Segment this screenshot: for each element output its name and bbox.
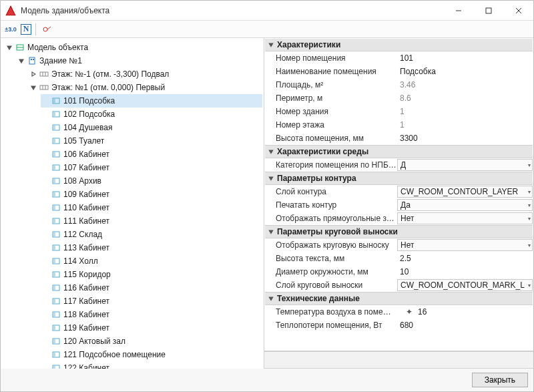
tree-label: Этаж: №-1 (отм. -3,300) Подвал: [51, 68, 169, 80]
close-dialog-button[interactable]: Закрыть: [472, 373, 528, 387]
prop-room-name[interactable]: Наименование помещенияПодсобка: [265, 65, 533, 78]
tree-room[interactable]: 109 Кабинет: [41, 188, 262, 201]
group-title: Параметры круговой выноски: [277, 227, 398, 236]
prop-heat-loss[interactable]: Теплопотери помещения, Вт680: [265, 319, 533, 332]
svg-rect-42: [53, 259, 55, 263]
svg-rect-52: [53, 326, 55, 330]
collapse-icon: [268, 41, 274, 48]
svg-rect-20: [53, 112, 55, 116]
tree-label: Здание №1: [39, 55, 82, 67]
tree-room[interactable]: 105 Туалет: [41, 134, 262, 148]
prop-text-height[interactable]: Высота текста, мм2.5: [265, 252, 533, 265]
tree-label: 116 Кабинет: [63, 282, 109, 294]
tree-label: 110 Кабинет: [63, 202, 109, 214]
svg-rect-48: [53, 299, 55, 303]
tree-label: 102 Подсобка: [63, 108, 115, 120]
tree-floor-1[interactable]: Этаж: №1 (отм. 0,000) Первый: [29, 81, 262, 94]
tree-label: 119 Кабинет: [63, 322, 109, 334]
svg-rect-50: [53, 313, 55, 317]
tree-room[interactable]: 119 Кабинет: [41, 321, 262, 335]
tree-room[interactable]: 117 Кабинет: [41, 295, 262, 308]
prop-rect-zones[interactable]: Отображать прямоугольные зоныНет▾: [265, 212, 533, 225]
prop-circular-layer[interactable]: Слой круговой выноскиCW_ROOM_CONTOUR_MAR…: [265, 278, 533, 292]
svg-rect-24: [53, 139, 55, 143]
prop-show-circular[interactable]: Отображать круговую выноскуНет▾: [265, 238, 533, 252]
svg-rect-26: [53, 152, 55, 156]
tree-room[interactable]: 101 Подсобка: [41, 94, 262, 108]
svg-rect-9: [31, 59, 32, 60]
svg-rect-30: [53, 179, 55, 183]
svg-rect-1: [486, 8, 491, 13]
tree-room[interactable]: 102 Подсобка: [41, 108, 262, 121]
tree-room[interactable]: 111 Кабинет: [41, 214, 262, 228]
group-header-contour[interactable]: Параметры контура: [265, 172, 533, 185]
collapse-icon[interactable]: [18, 57, 25, 64]
tree-room[interactable]: 120 Актовый зал: [41, 335, 262, 348]
tree-room[interactable]: 122 Кабинет: [41, 361, 262, 369]
toolbar-label-icon[interactable]: N: [21, 24, 31, 35]
tree-room[interactable]: 118 Кабинет: [41, 308, 262, 321]
tree-label: 112 Склад: [63, 228, 102, 240]
tree-label: 109 Кабинет: [63, 188, 109, 200]
collapse-icon[interactable]: [6, 44, 13, 51]
tree-room[interactable]: 104 Душевая: [41, 121, 262, 134]
collapse-icon[interactable]: [30, 84, 37, 91]
prop-perimeter: Периметр, м8.6: [265, 91, 533, 105]
tree-label: 101 Подсобка: [63, 95, 115, 107]
room-icon: [51, 163, 61, 172]
tree-room[interactable]: 115 Коридор: [41, 268, 262, 281]
tree-room[interactable]: 110 Кабинет: [41, 201, 262, 214]
group-header-technical[interactable]: Технические данные: [265, 292, 533, 305]
room-icon: [51, 350, 61, 359]
minimize-button[interactable]: [443, 1, 473, 20]
prop-category[interactable]: Категория помещения по НПБ 105-03Д▾: [265, 158, 533, 172]
close-button[interactable]: [503, 1, 533, 20]
tree-room[interactable]: 106 Кабинет: [41, 148, 262, 161]
svg-rect-14: [40, 85, 48, 89]
tree-floor-b1[interactable]: Этаж: №-1 (отм. -3,300) Подвал: [29, 67, 262, 81]
group-header-environment[interactable]: Характеристики среды: [265, 145, 533, 158]
prop-height[interactable]: Высота помещения, мм3300: [265, 132, 533, 145]
tree-room[interactable]: 113 Кабинет: [41, 241, 262, 254]
floor-icon: [39, 69, 49, 79]
room-icon: [51, 203, 61, 212]
tree-room[interactable]: 121 Подсобное помещение: [41, 348, 262, 361]
tree-room[interactable]: 114 Холл: [41, 254, 262, 268]
prop-room-number[interactable]: Номер помещения101: [265, 51, 533, 65]
prop-building-number: Номер здания1: [265, 105, 533, 118]
room-icon: [51, 190, 61, 199]
room-icon: [51, 310, 61, 319]
prop-contour-layer[interactable]: Слой контураCW_ROOM_CONTOUR_LAYER▾: [265, 185, 533, 198]
window: Модель здания/объекта ±3.0 N Модель объе…: [0, 0, 534, 392]
tree-building[interactable]: Здание №1: [17, 54, 262, 67]
svg-rect-10: [33, 59, 34, 60]
tree-room[interactable]: 112 Склад: [41, 228, 262, 241]
toolbar-level-icon[interactable]: ±3.0: [3, 22, 18, 37]
tree-label: 122 Кабинет: [63, 362, 109, 369]
svg-line-5: [47, 27, 51, 29]
svg-rect-54: [53, 339, 55, 343]
tree-panel[interactable]: Модель объекта Здание №1: [1, 38, 264, 369]
svg-rect-36: [53, 219, 55, 223]
prop-temperature[interactable]: Температура воздуха в помеще…✦16: [265, 305, 533, 319]
tree-label: 105 Туалет: [63, 135, 104, 147]
room-icon: [51, 297, 61, 306]
expand-icon[interactable]: [30, 71, 37, 77]
room-icon: [51, 363, 61, 369]
tree-room[interactable]: 108 Архив: [41, 174, 262, 188]
room-icon: [51, 270, 61, 279]
toolbar-marker-icon[interactable]: [40, 22, 55, 37]
collapse-icon: [268, 295, 274, 302]
prop-diameter[interactable]: Диаметр окружности, мм10: [265, 265, 533, 278]
prop-print-contour[interactable]: Печатать контурДа▾: [265, 198, 533, 212]
tree-root[interactable]: Модель объекта: [5, 41, 262, 54]
svg-rect-44: [53, 272, 55, 276]
prop-area: Площадь, м²3.46: [265, 78, 533, 91]
property-grid[interactable]: Характеристики Номер помещения101 Наимен…: [264, 38, 533, 351]
room-icon: [51, 110, 61, 119]
group-header-characteristics[interactable]: Характеристики: [265, 39, 533, 51]
tree-room[interactable]: 107 Кабинет: [41, 161, 262, 174]
maximize-button[interactable]: [473, 1, 503, 20]
group-header-circular[interactable]: Параметры круговой выноски: [265, 225, 533, 238]
tree-room[interactable]: 116 Кабинет: [41, 281, 262, 295]
